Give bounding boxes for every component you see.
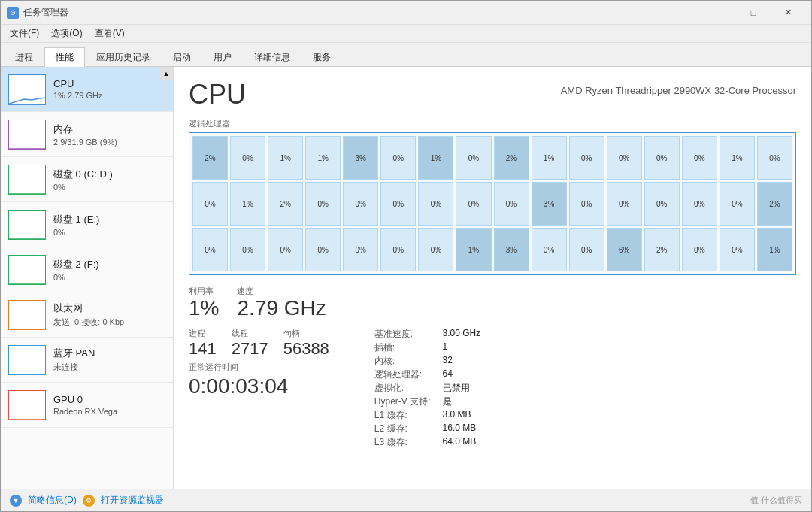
- spec-label: 插槽:: [374, 341, 431, 354]
- sidebar-item-value-ethernet: 发送: 0 接收: 0 Kbp: [53, 317, 165, 328]
- sidebar-item-value-disk0: 0%: [53, 183, 165, 192]
- title-bar: ⚙ 任务管理器 — □ ✕: [1, 1, 811, 25]
- cpu-cell-44: 2%: [644, 228, 680, 271]
- cpu-cell-5: 0%: [380, 136, 416, 180]
- sidebar-item-name-disk1: 磁盘 1 (E:): [53, 213, 165, 226]
- sidebar-chart-disk0: [8, 165, 46, 195]
- main-window: ⚙ 任务管理器 — □ ✕ 文件(F)选项(O)查看(V) 进程性能应用历史记录…: [0, 0, 812, 512]
- spec-label: 内核:: [374, 355, 431, 368]
- cpu-cell-0: 2%: [192, 136, 228, 180]
- sidebar-item-ethernet[interactable]: 以太网发送: 0 接收: 0 Kbp: [1, 292, 173, 338]
- uptime-value: 0:00:03:04: [189, 374, 329, 398]
- menu-item-查看(V)[interactable]: 查看(V): [89, 26, 131, 41]
- sidebar-item-disk1[interactable]: 磁盘 1 (E:)0%: [1, 202, 173, 247]
- sidebar-item-name-ethernet: 以太网: [53, 301, 165, 315]
- status-bar: ▼ 简略信息(D) ⚙ 打开资源监视器 值 什么值得买: [1, 489, 811, 511]
- spec-label: L2 缓存:: [374, 423, 431, 435]
- maximize-button[interactable]: □: [736, 1, 771, 25]
- sidebar-scroll-up[interactable]: ▲: [159, 67, 173, 80]
- minimize-button[interactable]: —: [701, 1, 736, 25]
- tab-bar: 进程性能应用历史记录启动用户详细信息服务: [1, 43, 811, 67]
- cpu-cell-10: 0%: [569, 136, 604, 180]
- speed-value: 2.79 GHz: [237, 297, 326, 320]
- cpu-cell-2: 1%: [268, 136, 303, 180]
- processor-name: AMD Ryzen Threadripper 2990WX 32-Core Pr…: [561, 79, 796, 96]
- sidebar-item-name-disk2: 磁盘 2 (F:): [53, 258, 165, 271]
- utilization-label: 利用率: [189, 286, 219, 297]
- cpu-cell-7: 0%: [456, 136, 491, 180]
- processes-group: 进程 141: [189, 328, 217, 359]
- sidebar-item-gpu[interactable]: GPU 0Radeon RX Vega: [1, 383, 173, 428]
- sidebar-item-bluetooth[interactable]: 蓝牙 PAN未连接: [1, 338, 173, 383]
- spec-value: 1: [443, 341, 481, 354]
- processes-label: 进程: [189, 328, 217, 339]
- sidebar-item-name-cpu: CPU: [53, 78, 165, 89]
- specs-grid: 基准速度:3.00 GHz插槽:1内核:32逻辑处理器:64虚拟化:已禁用Hyp…: [374, 328, 480, 449]
- cpu-cell-40: 3%: [494, 228, 529, 271]
- sidebar-item-cpu[interactable]: CPU1% 2.79 GHz: [1, 67, 173, 112]
- cpu-grid-container: 2%0%1%1%3%0%1%0%2%1%0%0%0%0%1%0%0%1%2%0%…: [189, 132, 796, 275]
- cpu-cell-8: 2%: [494, 136, 529, 180]
- spec-value: 是: [443, 395, 481, 408]
- cpu-cell-27: 0%: [607, 182, 642, 226]
- cpu-cell-47: 1%: [757, 228, 792, 271]
- sidebar-item-value-gpu: Radeon RX Vega: [53, 407, 165, 416]
- handles-group: 句柄 56388: [283, 328, 329, 359]
- handles-value: 56388: [283, 339, 329, 359]
- sidebar-item-disk2[interactable]: 磁盘 2 (F:)0%: [1, 247, 173, 292]
- cpu-cell-24: 0%: [494, 182, 529, 226]
- cpu-cell-29: 0%: [682, 182, 717, 226]
- cpu-cell-30: 0%: [720, 182, 755, 226]
- menu-item-文件(F)[interactable]: 文件(F): [4, 26, 45, 41]
- sidebar-chart-disk1: [8, 210, 46, 240]
- status-left: ▼ 简略信息(D) ⚙ 打开资源监视器: [10, 494, 164, 507]
- spec-label: 虚拟化:: [374, 382, 431, 395]
- tab-process[interactable]: 进程: [4, 47, 44, 67]
- sidebar-item-memory[interactable]: 内存2.9/31.9 GB (9%): [1, 112, 173, 157]
- collapse-button[interactable]: 简略信息(D): [28, 494, 77, 507]
- cpu-cell-34: 0%: [268, 228, 303, 271]
- tab-services[interactable]: 服务: [301, 47, 342, 67]
- cpu-cell-19: 0%: [305, 182, 341, 226]
- tab-details[interactable]: 详细信息: [243, 47, 301, 67]
- spec-value: 3.00 GHz: [443, 328, 481, 341]
- tab-startup[interactable]: 启动: [162, 47, 202, 67]
- spec-value: 32: [443, 355, 481, 368]
- cpu-cell-20: 0%: [343, 182, 378, 226]
- spec-label: L1 缓存:: [374, 409, 431, 422]
- cpu-cell-31: 2%: [757, 182, 792, 226]
- cpu-cell-17: 1%: [230, 182, 265, 226]
- cpu-cell-39: 1%: [456, 228, 491, 271]
- cpu-cell-11: 0%: [607, 136, 642, 180]
- stats-bottom: 进程 141 线程 2717 句柄 56388 正常运行时间: [189, 328, 796, 449]
- cpu-cell-22: 0%: [418, 182, 453, 226]
- sidebar-item-disk0[interactable]: 磁盘 0 (C: D:)0%: [1, 157, 173, 202]
- sidebar-chart-bluetooth: [8, 345, 46, 375]
- stats-small-row: 进程 141 线程 2717 句柄 56388: [189, 328, 329, 359]
- sidebar-chart-gpu: [8, 390, 46, 420]
- cpu-cell-21: 0%: [380, 182, 416, 226]
- processes-value: 141: [189, 339, 217, 359]
- tab-users[interactable]: 用户: [202, 47, 243, 67]
- window-controls: — □ ✕: [701, 1, 805, 25]
- cpu-cell-4: 3%: [343, 136, 378, 180]
- cpu-cell-9: 1%: [532, 136, 567, 180]
- tab-history[interactable]: 应用历史记录: [85, 47, 162, 67]
- stats-left: 进程 141 线程 2717 句柄 56388 正常运行时间: [189, 328, 329, 449]
- sidebar-item-name-bluetooth: 蓝牙 PAN: [53, 347, 165, 360]
- speed-group: 速度 2.79 GHz: [237, 286, 326, 320]
- spec-value: 已禁用: [443, 382, 481, 395]
- menu-item-选项(O)[interactable]: 选项(O): [45, 26, 88, 41]
- cpu-cell-16: 0%: [192, 182, 228, 226]
- sidebar-item-value-bluetooth: 未连接: [53, 362, 165, 373]
- monitor-link[interactable]: 打开资源监视器: [101, 494, 164, 507]
- status-icon: ▼: [10, 495, 22, 507]
- spec-label: 基准速度:: [374, 328, 431, 341]
- sidebar-item-value-memory: 2.9/31.9 GB (9%): [53, 138, 165, 147]
- cpu-cell-45: 0%: [682, 228, 717, 271]
- close-button[interactable]: ✕: [771, 1, 805, 25]
- sidebar-item-value-disk1: 0%: [53, 228, 165, 237]
- tab-performance[interactable]: 性能: [44, 47, 85, 67]
- utilization-group: 利用率 1%: [189, 286, 219, 320]
- sidebar-chart-memory: [8, 120, 46, 150]
